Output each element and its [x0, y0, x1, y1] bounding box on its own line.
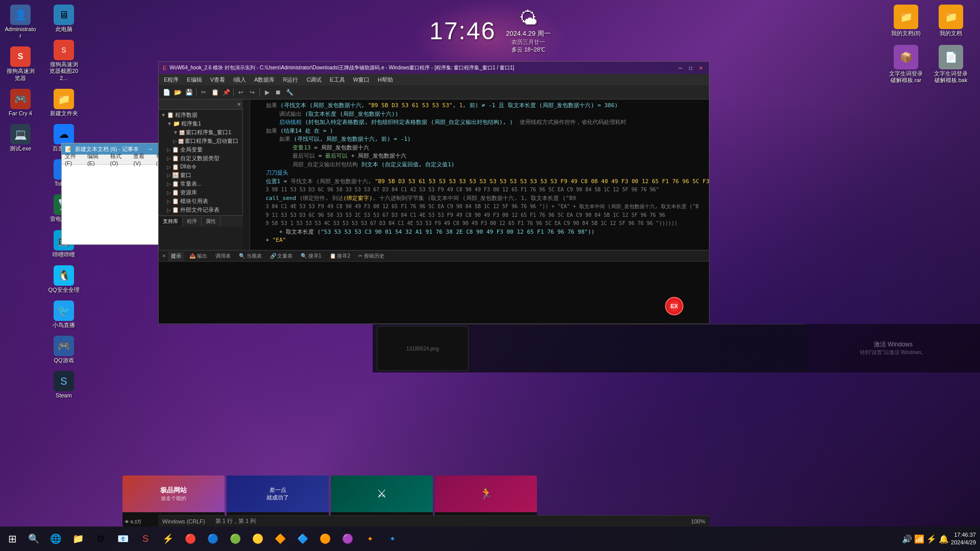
toolbar-run[interactable]: ▶	[261, 87, 273, 98]
tree-window-set1[interactable]: ▼ 🪟 窗口程序集_窗口1	[159, 128, 242, 137]
menu-a-db[interactable]: A数据库	[251, 75, 278, 85]
tray-icon-notification[interactable]: 🔔	[939, 534, 949, 544]
output-tab-current[interactable]: 🔍 当视表	[236, 252, 265, 261]
output-tab-output[interactable]: 📤 输出	[186, 252, 210, 261]
editor-title: WoW64_hook_2.6 模块 封包演示实列 - C:\Users\Admi…	[169, 64, 514, 71]
taskbar-icon-sogou[interactable]: S	[135, 528, 156, 549]
output-tab-calltable[interactable]: 调用表	[212, 252, 234, 261]
ex-badge: EX	[665, 297, 683, 315]
toolbar-new[interactable]: 📄	[161, 87, 172, 98]
toolbar-copy[interactable]: 📋	[209, 87, 220, 98]
notepad-menu-format[interactable]: 格式(O)	[110, 153, 130, 166]
taskbar-pinned-apps: 🌐 📁 ⚙ 📧 S ⚡ 🔴 🔵 🟢 🟡 🔶 🔷 🟠 🟣 🔸 🔹	[43, 528, 405, 549]
menu-e-tools[interactable]: E工具	[327, 75, 348, 85]
taskbar-icon-app10[interactable]: 🔹	[382, 528, 403, 549]
icon-mydocs-folder[interactable]: 📁 我的文档(8)	[886, 3, 926, 39]
icon-sogou[interactable]: S 搜狗高速浏览器	[3, 44, 38, 83]
menu-r-run[interactable]: R运行	[280, 75, 301, 85]
toolbar-debug[interactable]: 🔧	[284, 87, 295, 98]
output-tab-vars[interactable]: 🔗 文量表	[267, 252, 296, 261]
toolbar-undo[interactable]: ↩	[235, 87, 247, 98]
taskbar-icon-app3[interactable]: 🟢	[225, 528, 246, 549]
icon-administrator[interactable]: 👤 Administrator	[3, 3, 38, 41]
icon-sogou2[interactable]: S 搜狗高速浏览器截图202...	[46, 38, 82, 84]
toolbar-cut[interactable]: ✂	[198, 87, 209, 98]
toolbar-paste[interactable]: 📌	[220, 87, 232, 98]
notepad-minimize[interactable]: ─	[146, 145, 155, 153]
taskbar-icon-app9[interactable]: 🔸	[359, 528, 381, 549]
tree-module-ref[interactable]: ▷ 📋 模块引用表	[159, 197, 242, 206]
taskbar-icon-mail[interactable]: 📧	[112, 528, 134, 549]
taskbar-icon-app2[interactable]: 🔵	[202, 528, 224, 549]
taskbar-icon-explorer[interactable]: 📁	[67, 528, 89, 549]
menu-i-insert[interactable]: I插入	[230, 75, 249, 85]
tree-dll-cmd[interactable]: ▷ 📋 Dll命令	[159, 163, 242, 171]
taskbar-icon-thunder[interactable]: ⚡	[157, 528, 179, 549]
taskbar-icon-settings[interactable]: ⚙	[90, 528, 111, 549]
icon-rar-file[interactable]: 📦 文字生词登录破解模板.rar	[886, 43, 926, 86]
taskbar-icon-app1[interactable]: 🔴	[180, 528, 201, 549]
menu-h-help[interactable]: H帮助	[375, 75, 396, 85]
toolbar-open[interactable]: 📂	[172, 87, 183, 98]
taskbar-icon-app5[interactable]: 🔶	[270, 528, 291, 549]
taskbar-icon-app6[interactable]: 🔷	[292, 528, 313, 549]
notepad-menu-file[interactable]: 文件(F)	[65, 153, 83, 166]
output-toolbar: ✕ 提示 📤 输出 调用表 🔍 当视表 🔗 文量表 🔍 搜寻1 📋 搜寻2 ✂ …	[159, 251, 709, 262]
icon-farcry4[interactable]: 🎮 Far Cry 4	[3, 87, 38, 119]
start-button[interactable]: ⊞	[0, 527, 24, 551]
tree-resource[interactable]: ▷ 📋 资源库	[159, 188, 242, 197]
left-tab-property[interactable]: 属性	[202, 217, 220, 226]
icon-steam[interactable]: S Steam	[46, 369, 82, 401]
tree-external-files[interactable]: ▷ 📋 外部文件记录表	[159, 206, 242, 214]
icon-bird[interactable]: 🐦 小鸟直播	[46, 298, 82, 331]
icon-test-exe[interactable]: 💻 测试.exe	[3, 122, 38, 154]
status-zoom: 100%	[691, 518, 705, 524]
notepad-title: 新建文本文档 (6) - 记事本	[75, 145, 139, 153]
taskbar-icon-app4[interactable]: 🟡	[247, 528, 268, 549]
thumb-1[interactable]: 13180624.png	[377, 326, 469, 371]
left-tab-support[interactable]: 支持库	[159, 217, 183, 226]
editor-menubar: E程序 E编辑 V查看 I插入 A数据库 R运行 C调试 E工具 W窗口 H帮助	[159, 74, 709, 85]
menu-e-edit[interactable]: E编辑	[184, 75, 205, 85]
taskbar-icon-app8[interactable]: 🟣	[337, 528, 358, 549]
notepad-menu-view[interactable]: 查看(V)	[133, 153, 152, 166]
taskbar-icon-edge[interactable]: 🌐	[45, 528, 66, 549]
editor-minimize[interactable]: ─	[676, 64, 684, 72]
tree-program-set1[interactable]: ▼ 📁 程序集1	[159, 119, 242, 128]
icon-game2[interactable]: 🎮 QQ游戏	[46, 334, 82, 366]
toolbar-stop[interactable]: ⏹	[273, 87, 284, 98]
tray-icon-1[interactable]: 🔊	[902, 534, 912, 544]
menu-e-program[interactable]: E程序	[161, 75, 182, 85]
tree-window[interactable]: ▷ 🪟 窗口	[159, 171, 242, 180]
tree-const-table[interactable]: ▷ 📋 常量表...	[159, 180, 242, 188]
icon-mydocs2[interactable]: 📁 我的文档	[930, 3, 971, 39]
notepad-menu-edit[interactable]: 编辑(E)	[87, 153, 106, 166]
tray-icon-2[interactable]: 📶	[914, 534, 924, 544]
output-tab-history[interactable]: ✂ 剪辑历史	[355, 252, 387, 261]
taskbar-icon-app7[interactable]: 🟠	[314, 528, 336, 549]
output-panel-close[interactable]: ✕	[162, 253, 166, 259]
tray-icon-3[interactable]: ⚡	[926, 534, 937, 544]
icon-computer[interactable]: 🖥 此电脑	[46, 3, 82, 35]
tree-custom-types[interactable]: ▷ 📋 自定义数据类型	[159, 154, 242, 163]
editor-restore[interactable]: □	[687, 64, 695, 72]
output-tab-search1[interactable]: 🔍 搜寻1	[298, 252, 324, 261]
tree-window-start[interactable]: ▷ 🪟 窗口程序集_启动窗口	[159, 137, 242, 145]
icon-qq[interactable]: 🐧 QQ安全全理	[46, 263, 82, 295]
tree-panel-close[interactable]: ✕	[237, 102, 241, 107]
tree-global-vars[interactable]: ▷ 📋 全局变量	[159, 145, 242, 154]
toolbar-redo[interactable]: ↪	[247, 87, 258, 98]
tree-program-data[interactable]: ▼ 📋 程序数据	[159, 111, 242, 119]
toolbar-save[interactable]: 💾	[183, 87, 194, 98]
left-tab-program[interactable]: 程序	[183, 217, 202, 226]
output-tab-search2[interactable]: 📋 搜寻2	[327, 252, 353, 261]
icon-new-folder[interactable]: 📁 新建文件夹	[46, 87, 82, 119]
menu-c-debug[interactable]: C调试	[303, 75, 325, 85]
taskbar-search-btn[interactable]: 🔍	[24, 528, 43, 549]
menu-v-view[interactable]: V查看	[207, 75, 228, 85]
toolbar-sep3	[259, 88, 260, 96]
menu-w-window[interactable]: W窗口	[350, 75, 373, 85]
icon-bak-file[interactable]: 📄 文字生词登录破解模板.bak	[930, 43, 971, 86]
output-tab-tips[interactable]: 提示	[168, 252, 184, 261]
editor-close[interactable]: ✕	[697, 64, 705, 72]
